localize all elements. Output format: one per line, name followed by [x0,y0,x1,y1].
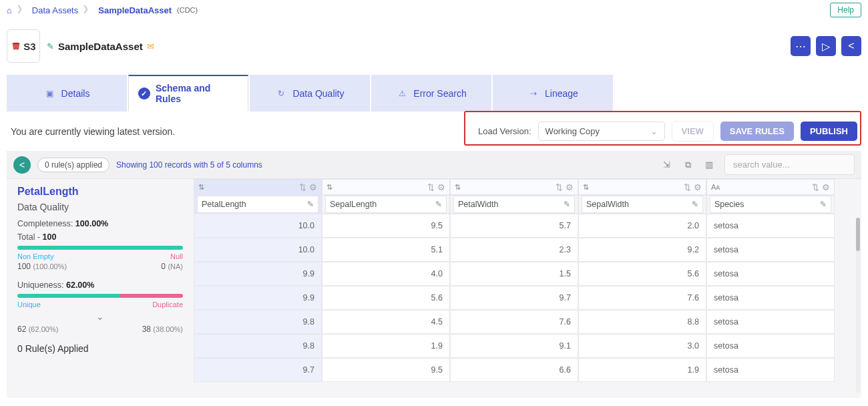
table-cell: 9.8 [194,334,322,358]
export-icon[interactable]: ⇲ [660,159,672,171]
publish-button[interactable]: PUBLISH [801,122,857,141]
search-input-wrap [724,154,855,175]
table-cell: 2.3 [450,238,578,262]
collapse-button[interactable]: < [13,156,31,174]
edit-icon[interactable]: ✎ [435,200,442,209]
breadcrumb-root[interactable]: Data Assets [32,5,78,15]
tab-error-search[interactable]: ⚠ Error Search [371,75,491,112]
version-toolbar: You are currently viewing latest version… [0,112,868,151]
column-header[interactable]: ⇅⇅ ⚙ [450,179,578,195]
back-button[interactable]: < [841,36,861,56]
details-icon: ▣ [44,87,56,99]
table-cell: setosa [706,238,835,262]
breadcrumb-asset[interactable]: SampleDataAsset [98,5,172,15]
chevron-left-icon: < [848,40,854,52]
search-input[interactable] [732,159,847,170]
scrollbar[interactable] [856,218,860,393]
table-cell: 10.0 [194,238,322,262]
gear-icon[interactable]: ⚙ [437,182,445,192]
tab-label: Schema and Rules [156,83,238,104]
lineage-icon: ⇢ [527,87,539,99]
sidebar: PetalLength Data Quality Completeness: 1… [7,151,194,398]
data-table: ⇅⇅ ⚙⇅⇅ ⚙⇅⇅ ⚙⇅⇅ ⚙Aᴀ⇅ ⚙PetalLength✎SepalLe… [194,151,861,398]
table-cell: 1.5 [450,262,578,286]
more-icon: ⋯ [795,40,806,53]
edit-icon[interactable]: ✎ [564,200,570,209]
tab-lineage[interactable]: ⇢ Lineage [493,75,613,112]
table-cell: setosa [706,358,835,382]
warning-icon: ⚠ [396,87,408,99]
edit-icon[interactable]: ✎ [692,200,698,209]
column-name[interactable]: PetalLength✎ [197,196,318,213]
table-cell: 9.9 [194,262,322,286]
sidebar-section-title: Data Quality [17,202,183,212]
table-cell: 8.8 [578,310,706,334]
table-cell: 5.6 [578,262,706,286]
column-header[interactable]: ⇅⇅ ⚙ [194,179,322,195]
column-header[interactable]: Aᴀ⇅ ⚙ [706,179,835,195]
table-cell: 6.6 [450,358,578,382]
column-name-cell: PetalWidth✎ [450,195,578,214]
load-version-label: Load Version: [478,126,531,136]
more-button[interactable]: ⋯ [791,36,811,56]
record-count: Showing 100 records with 5 of 5 columns [116,160,262,170]
column-header[interactable]: ⇅⇅ ⚙ [578,179,706,195]
tab-data-quality[interactable]: ↻ Data Quality [250,75,370,112]
table-cell: 5.7 [450,214,578,238]
table-cell: 9.5 [322,358,450,382]
save-rules-button: SAVE RULES [720,122,794,141]
copy-icon[interactable]: ⧉ [682,159,694,171]
table-cell: 2.0 [578,214,706,238]
history-icon: ↻ [275,87,287,99]
table-cell: 9.7 [450,286,578,310]
breadcrumb: ⌂ 》 Data Assets 》 SampleDataAsset (CDC) … [0,0,868,20]
tab-details[interactable]: ▣ Details [7,75,127,112]
sort-icon[interactable]: ⇅ [684,182,691,192]
sort-icon[interactable]: ⇅ [427,182,435,192]
table-cell: 9.5 [322,214,450,238]
uniqueness-bar [17,294,183,298]
column-name[interactable]: PetalWidth✎ [453,196,575,213]
gear-icon[interactable]: ⚙ [694,182,702,192]
gear-icon[interactable]: ⚙ [822,182,830,192]
edit-icon[interactable]: ✎ [47,41,54,51]
column-header[interactable]: ⇅⇅ ⚙ [322,179,450,195]
view-button: VIEW [672,121,714,142]
edit-icon[interactable]: ✎ [820,200,827,209]
load-version-select[interactable]: Working Copy ⌄ [538,122,665,141]
sort-icon[interactable]: ⇅ [812,182,819,192]
chevron-right-icon: 》 [83,4,93,16]
column-name[interactable]: Species✎ [710,196,831,213]
table-cell: setosa [706,214,835,238]
total-line: Total - 100 [17,232,183,242]
gear-icon[interactable]: ⚙ [309,182,317,192]
source-badge: S3 [7,29,40,63]
run-button[interactable]: ▷ [816,36,836,56]
gear-icon[interactable]: ⚙ [566,182,574,192]
column-name-cell: SepalLength✎ [322,195,450,214]
sort-icon[interactable]: ⇅ [556,182,563,192]
home-icon[interactable]: ⌂ [7,5,12,15]
table-cell: 1.9 [578,358,706,382]
tab-schema-rules[interactable]: ✓ Schema and Rules [128,75,248,112]
type-icon: ⇅ [198,183,204,192]
columns-icon[interactable]: ▥ [703,159,715,171]
edit-icon[interactable]: ✎ [307,200,314,209]
help-button[interactable]: Help [830,3,861,17]
type-icon: ⇅ [327,183,333,192]
sort-icon[interactable]: ⇅ [299,182,306,192]
tab-label: Lineage [545,88,578,99]
completeness-legend: Non Empty Null [17,252,183,260]
rules-applied-pill: 0 rule(s) applied [37,158,110,172]
table-cell: setosa [706,334,835,358]
mail-icon[interactable]: ✉ [147,41,154,51]
bucket-icon [11,41,21,51]
chevron-down-icon: ⌄ [650,126,658,136]
expand-toggle[interactable]: ⌄ [17,311,183,322]
table-cell: 5.6 [322,286,450,310]
table-cell: setosa [706,286,835,310]
column-name[interactable]: SepalLength✎ [325,196,447,213]
column-name[interactable]: SepalWidth✎ [582,196,703,213]
type-icon: ⇅ [583,183,589,192]
version-status: You are currently viewing latest version… [11,126,175,137]
